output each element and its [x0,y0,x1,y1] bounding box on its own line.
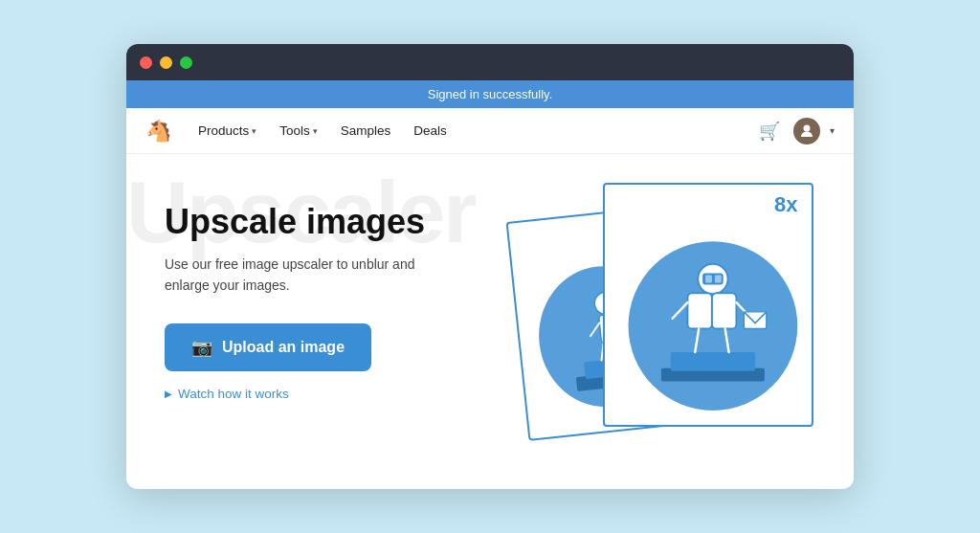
close-button[interactable] [140,56,152,69]
svg-rect-13 [670,352,754,371]
svg-rect-18 [687,293,712,328]
avatar-chevron-icon: ▾ [830,125,835,136]
hero-title: Upscale images [165,202,495,241]
title-bar [126,44,854,80]
play-icon: ▶ [165,389,172,399]
chevron-down-icon: ▾ [313,126,318,136]
nav-products[interactable]: Products ▾ [189,118,266,144]
svg-rect-16 [705,276,712,283]
banner-text: Signed in successfully. [428,87,553,101]
svg-rect-17 [714,276,721,283]
nav-samples[interactable]: Samples [331,118,401,144]
camera-icon: 📷 [191,337,212,358]
hero-subtitle: Use our free image upscaler to unblur an… [165,255,452,296]
logo[interactable]: 🐴 [145,119,171,144]
cart-icon[interactable]: 🛒 [755,117,784,145]
upload-button[interactable]: 📷 Upload an image [165,323,371,371]
chevron-down-icon: ▾ [252,126,256,136]
avatar[interactable] [793,118,820,144]
success-banner: Signed in successfully. [126,80,854,108]
minimize-button[interactable] [160,56,172,69]
8x-badge: 8x [774,192,797,217]
nav-tools[interactable]: Tools ▾ [270,118,327,144]
main-content: Upscaler Upscale images Use our free ima… [126,154,854,489]
svg-point-0 [804,124,811,131]
navbar-right: 🛒 ▾ [755,117,835,145]
right-section: 8x [495,183,825,460]
navbar: 🐴 Products ▾ Tools ▾ Samples Deals 🛒 ▾ [126,108,854,154]
illustration: 8x [507,183,813,460]
image-card-front: 8x [603,183,813,427]
nav-deals[interactable]: Deals [404,118,457,144]
watch-link[interactable]: ▶ Watch how it works [165,387,495,401]
nav-links: Products ▾ Tools ▾ Samples Deals [189,118,755,144]
svg-rect-19 [711,293,736,328]
maximize-button[interactable] [180,56,192,69]
browser-window: Signed in successfully. 🐴 Products ▾ Too… [126,44,854,489]
left-section: Upscale images Use our free image upscal… [165,183,495,460]
